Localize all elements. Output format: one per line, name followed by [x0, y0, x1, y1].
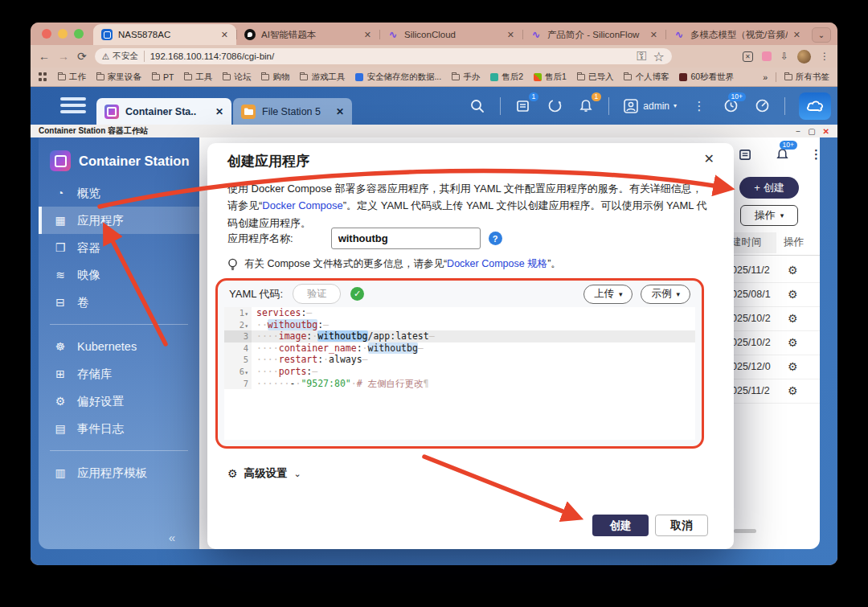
close-window-button[interactable]: [42, 29, 51, 39]
bookmarks-overflow-chevron[interactable]: »: [763, 72, 768, 82]
admin-menu[interactable]: admin▾: [623, 98, 677, 114]
column-header-created-time[interactable]: 建时间: [731, 236, 762, 249]
table-row[interactable]: 025/11/2⚙: [722, 258, 820, 283]
example-button[interactable]: 示例▾: [641, 285, 690, 304]
maximize-window-button[interactable]: [74, 29, 84, 39]
sidebar-item-概览[interactable]: ◔概览: [39, 179, 199, 207]
bookmark-item[interactable]: 60秒看世界: [679, 72, 734, 83]
app-close-button[interactable]: ✕: [823, 127, 829, 136]
sidebar-item-容器[interactable]: ❒容器: [39, 234, 199, 261]
validate-button[interactable]: 验证: [293, 284, 341, 304]
extension-icon[interactable]: ✕: [743, 51, 753, 62]
security-warning[interactable]: ⚠不安全: [102, 51, 145, 62]
sidebar-item-应用程序[interactable]: ▦应用程序: [39, 207, 199, 234]
help-icon[interactable]: ?: [489, 232, 502, 245]
advanced-settings-toggle[interactable]: ⚙ 高级设置 ⌄: [227, 466, 301, 481]
resource-monitor-icon[interactable]: [753, 97, 771, 115]
sidebar-item-映像[interactable]: ≋映像: [39, 261, 199, 289]
sidebar-item-事件日志[interactable]: ▤事件日志: [39, 415, 199, 442]
app-maximize-button[interactable]: ▢: [808, 127, 815, 136]
upload-button[interactable]: 上传▾: [583, 285, 633, 304]
close-tab-icon[interactable]: ✕: [507, 30, 514, 40]
bookmark-item[interactable]: 售后1: [534, 72, 567, 83]
bookmark-item[interactable]: 售后2: [490, 72, 523, 83]
page-more-icon[interactable]: ⋮: [810, 147, 820, 162]
row-settings-gear-icon[interactable]: ⚙: [788, 288, 798, 301]
sync-update-icon[interactable]: [546, 97, 563, 115]
qnap-tab-container-station[interactable]: Container Sta.. ✕: [96, 98, 231, 125]
sidebar-collapse-icon[interactable]: «: [169, 531, 175, 544]
page-bell-icon[interactable]: 10+: [773, 146, 791, 163]
tab-search-chevron[interactable]: ⌄: [812, 27, 831, 43]
qnap-tab-file-station[interactable]: File Station 5 ✕: [233, 98, 352, 125]
table-row[interactable]: 025/10/2⚙: [722, 330, 820, 355]
macos-window-controls[interactable]: [31, 23, 93, 45]
bookmark-item[interactable]: 工作: [58, 72, 86, 83]
browser-tab[interactable]: ∿产品简介 - SiliconFlow✕: [522, 24, 665, 45]
more-options-icon[interactable]: ⋮: [690, 97, 708, 115]
download-icon[interactable]: ⇩: [780, 51, 788, 62]
minimize-window-button[interactable]: [58, 29, 68, 39]
bookmark-item[interactable]: 工具: [184, 72, 212, 83]
bookmark-item[interactable]: 手办: [452, 72, 480, 83]
close-tab-icon[interactable]: ✕: [215, 106, 223, 117]
row-settings-gear-icon[interactable]: ⚙: [788, 264, 798, 277]
close-tab-icon[interactable]: ✕: [793, 30, 800, 40]
row-settings-gear-icon[interactable]: ⚙: [788, 312, 798, 325]
yaml-line[interactable]: 3····image:·withoutbg/app:latest–: [224, 330, 695, 342]
yaml-line[interactable]: 4····container_name:·withoutbg–: [224, 342, 695, 355]
apps-grid-icon[interactable]: [39, 72, 47, 81]
background-tasks-icon[interactable]: 1: [514, 97, 532, 115]
row-settings-gear-icon[interactable]: ⚙: [788, 336, 798, 349]
notifications-bell-icon[interactable]: 1: [577, 97, 595, 115]
bookmark-item[interactable]: 个人博客: [624, 72, 669, 83]
browser-tab[interactable]: NAS5878AC✕: [93, 24, 236, 45]
fold-caret-icon[interactable]: ▾: [244, 310, 248, 318]
sidebar-item-存储库[interactable]: ⊞存储库: [39, 360, 199, 388]
close-tab-icon[interactable]: ✕: [364, 30, 371, 40]
pink-extension-icon[interactable]: [762, 51, 772, 61]
recent-tasks-clock-icon[interactable]: 10+: [722, 97, 739, 115]
page-tasks-icon[interactable]: [736, 146, 754, 163]
browser-tab[interactable]: ∿多模态模型（视觉/音频/视频）✕: [665, 24, 809, 45]
row-settings-gear-icon[interactable]: ⚙: [788, 360, 798, 373]
modal-create-button[interactable]: 创建: [592, 515, 649, 536]
myqnapcloud-icon[interactable]: [799, 92, 831, 120]
docker-compose-link[interactable]: Docker Compose: [262, 199, 342, 211]
sidebar-item-Kubernetes[interactable]: ☸Kubernetes: [39, 333, 199, 360]
sidebar-item-应用程序模板[interactable]: ▥应用程序模板: [39, 459, 199, 486]
browser-tab[interactable]: AI智能错题本✕: [236, 24, 379, 45]
browser-menu-icon[interactable]: ⋮: [820, 51, 829, 62]
browser-tab[interactable]: ∿SiliconCloud✕: [379, 24, 522, 45]
all-bookmarks[interactable]: 所有书签: [784, 72, 829, 83]
sidebar-item-卷[interactable]: ⊟卷: [39, 289, 199, 316]
row-settings-gear-icon[interactable]: ⚙: [788, 384, 798, 397]
yaml-line[interactable]: 7······-·"9527:80"·# 左侧自行更改¶: [224, 378, 695, 390]
fold-caret-icon[interactable]: ▾: [244, 322, 248, 330]
modal-cancel-button[interactable]: 取消: [655, 515, 708, 536]
close-tab-icon[interactable]: ✕: [336, 106, 344, 117]
create-application-button[interactable]: +创建: [739, 177, 799, 199]
close-tab-icon[interactable]: ✕: [650, 30, 657, 40]
bookmark-item[interactable]: PT: [152, 72, 174, 82]
horizontal-scrollbar[interactable]: [734, 529, 756, 533]
yaml-line[interactable]: 6▾····ports:–: [224, 366, 695, 378]
yaml-editor[interactable]: 1▾services:–2▾··withoutbg:–3····image:·w…: [224, 307, 695, 440]
key-icon[interactable]: ⚿: [637, 49, 646, 64]
close-tab-icon[interactable]: ✕: [221, 30, 228, 40]
bookmark-item[interactable]: 安全储存您的数据...: [355, 72, 441, 83]
sidebar-item-偏好设置[interactable]: ⚙偏好设置: [39, 388, 199, 415]
forward-button[interactable]: →: [58, 50, 69, 63]
bookmark-item[interactable]: 论坛: [223, 72, 251, 83]
profile-avatar[interactable]: [797, 50, 811, 64]
docker-compose-spec-link[interactable]: Docker Compose 规格: [447, 258, 547, 269]
bookmark-item[interactable]: 游戏工具: [300, 72, 345, 83]
url-text[interactable]: 192.168.100.114:7086/cgi-bin/: [150, 51, 275, 61]
yaml-line[interactable]: 2▾··withoutbg:–: [224, 319, 695, 331]
table-row[interactable]: 025/11/2⚙: [722, 379, 820, 404]
table-row[interactable]: 025/12/0⚙: [722, 355, 820, 379]
main-menu-icon[interactable]: [60, 97, 86, 113]
yaml-line[interactable]: 1▾services:–: [224, 307, 695, 319]
bookmark-star-icon[interactable]: ☆: [653, 49, 664, 64]
bookmark-item[interactable]: 购物: [261, 72, 289, 83]
